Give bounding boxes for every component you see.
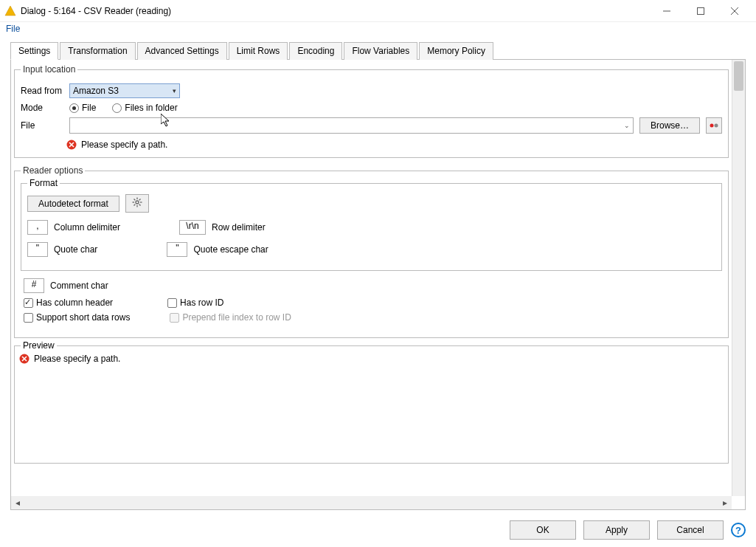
gear-icon — [132, 199, 142, 210]
radio-icon — [112, 103, 122, 113]
has-column-header-label: Has column header — [36, 297, 113, 308]
comment-char-input[interactable]: # — [24, 278, 44, 293]
minimize-button[interactable] — [650, 0, 684, 22]
menu-file[interactable]: File — [6, 24, 20, 34]
mode-folder-label: Files in folder — [125, 103, 177, 113]
titlebar: Dialog - 5:164 - CSV Reader (reading) — [0, 0, 756, 22]
read-from-value: Amazon S3 — [73, 86, 119, 96]
mode-file-radio[interactable]: File — [69, 103, 96, 113]
maximize-button[interactable] — [684, 0, 718, 22]
support-short-rows-label: Support short data rows — [36, 312, 130, 323]
menubar: File — [0, 22, 756, 37]
reader-options-legend: Reader options — [21, 165, 85, 176]
window-title: Dialog - 5:164 - CSV Reader (reading) — [21, 6, 171, 16]
tab-transformation[interactable]: Transformation — [60, 42, 135, 60]
file-error-text: Please specify a path. — [81, 140, 167, 150]
dialog-footer: OK Apply Cancel ? — [510, 520, 746, 540]
mode-label: Mode — [21, 103, 63, 113]
format-group: Format Autodetect format , Column delimi… — [21, 183, 722, 271]
tab-advanced-settings[interactable]: Advanced Settings — [137, 42, 227, 60]
vertical-scrollbar[interactable] — [732, 60, 745, 496]
prepend-index-label: Prepend file index to row ID — [182, 312, 291, 323]
tab-memory-policy[interactable]: Memory Policy — [419, 42, 493, 60]
svg-line-15 — [133, 199, 135, 201]
row-delimiter-input[interactable]: \r\n — [179, 220, 206, 235]
has-column-header-check[interactable]: Has column header — [24, 297, 113, 308]
svg-point-6 — [715, 124, 718, 128]
error-icon — [66, 140, 77, 150]
quote-char-label: Quote char — [54, 244, 97, 255]
mode-folder-radio[interactable]: Files in folder — [112, 103, 177, 113]
preview-group: Preview Please specify a path. — [14, 345, 729, 464]
apply-button[interactable]: Apply — [583, 520, 650, 540]
svg-point-5 — [710, 124, 714, 128]
mode-file-label: File — [82, 103, 96, 113]
app-icon — [4, 5, 16, 17]
svg-point-10 — [136, 201, 139, 204]
column-delimiter-label: Column delimiter — [54, 222, 120, 233]
scroll-left-icon[interactable]: ◂ — [11, 496, 24, 509]
cancel-button[interactable]: Cancel — [657, 520, 724, 540]
checkbox-icon — [24, 298, 33, 308]
tabs: Settings Transformation Advanced Setting… — [10, 41, 746, 60]
checkbox-icon — [24, 313, 33, 323]
autodetect-button[interactable]: Autodetect format — [27, 196, 119, 212]
svg-line-18 — [133, 204, 135, 206]
ok-button[interactable]: OK — [510, 520, 576, 540]
reader-options-group: Reader options Format Autodetect format … — [14, 165, 729, 338]
radio-icon — [69, 103, 79, 113]
has-row-id-check[interactable]: Has row ID — [167, 297, 223, 308]
chevron-down-icon: ⌄ — [624, 122, 630, 129]
browse-button[interactable]: Browse… — [639, 117, 700, 134]
prepend-index-check: Prepend file index to row ID — [170, 312, 291, 323]
format-legend: Format — [27, 178, 60, 188]
svg-line-17 — [139, 199, 140, 201]
svg-rect-2 — [698, 7, 704, 14]
svg-line-16 — [139, 204, 140, 206]
flow-variable-button[interactable] — [706, 117, 722, 134]
checkbox-icon — [170, 313, 179, 323]
row-delimiter-label: Row delimiter — [212, 222, 266, 233]
preview-legend: Preview — [21, 340, 57, 351]
quote-char-input[interactable]: " — [27, 242, 48, 257]
column-delimiter-input[interactable]: , — [27, 220, 48, 235]
preview-error-text: Please specify a path. — [34, 354, 120, 364]
quote-escape-label: Quote escape char — [193, 244, 268, 255]
content-area: Input location Read from Amazon S3 ▾ Mod… — [10, 60, 746, 510]
input-location-group: Input location Read from Amazon S3 ▾ Mod… — [14, 64, 729, 158]
has-row-id-label: Has row ID — [180, 297, 223, 308]
scroll-right-icon[interactable]: ▸ — [718, 496, 732, 509]
checkbox-icon — [167, 298, 177, 308]
tab-limit-rows[interactable]: Limit Rows — [229, 42, 288, 60]
read-from-select[interactable]: Amazon S3 ▾ — [69, 83, 180, 98]
support-short-rows-check[interactable]: Support short data rows — [24, 312, 130, 323]
tab-settings[interactable]: Settings — [10, 42, 58, 60]
file-label: File — [21, 120, 63, 131]
horizontal-scrollbar[interactable]: ◂ ▸ — [11, 496, 732, 509]
tab-encoding[interactable]: Encoding — [289, 42, 342, 60]
input-location-legend: Input location — [21, 64, 77, 75]
scrollbar-thumb[interactable] — [734, 61, 743, 91]
comment-char-label: Comment char — [50, 281, 108, 291]
svg-marker-0 — [5, 6, 15, 16]
error-icon — [19, 354, 30, 364]
file-path-input[interactable]: ⌄ — [69, 117, 634, 134]
chevron-down-icon: ▾ — [173, 87, 176, 94]
quote-escape-input[interactable]: " — [167, 242, 187, 257]
tab-flow-variables[interactable]: Flow Variables — [344, 42, 417, 60]
close-button[interactable] — [718, 0, 752, 22]
read-from-label: Read from — [21, 86, 63, 96]
autodetect-settings-button[interactable] — [125, 194, 149, 213]
help-button[interactable]: ? — [731, 523, 746, 537]
